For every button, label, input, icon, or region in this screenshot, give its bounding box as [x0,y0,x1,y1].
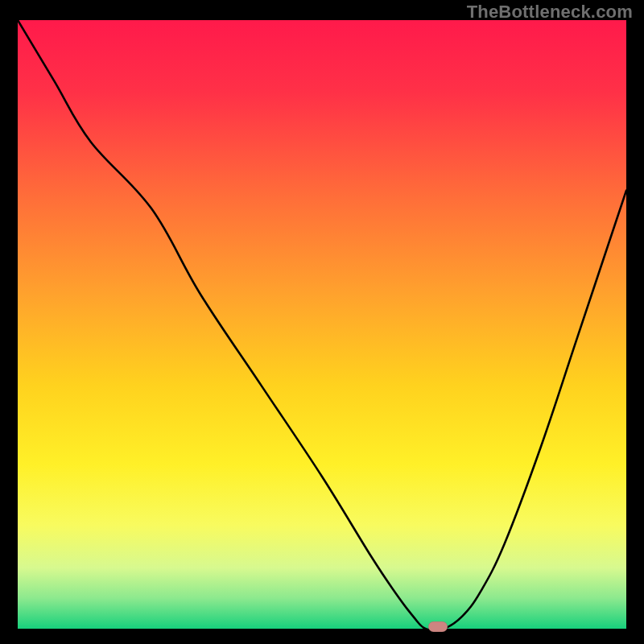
optimum-marker-pill [428,621,448,632]
watermark-text: TheBottleneck.com [467,2,633,23]
plot-area [18,20,626,629]
bottleneck-chart-svg [18,20,626,629]
chart-frame: TheBottleneck.com [0,0,644,644]
gradient-background [18,20,626,629]
